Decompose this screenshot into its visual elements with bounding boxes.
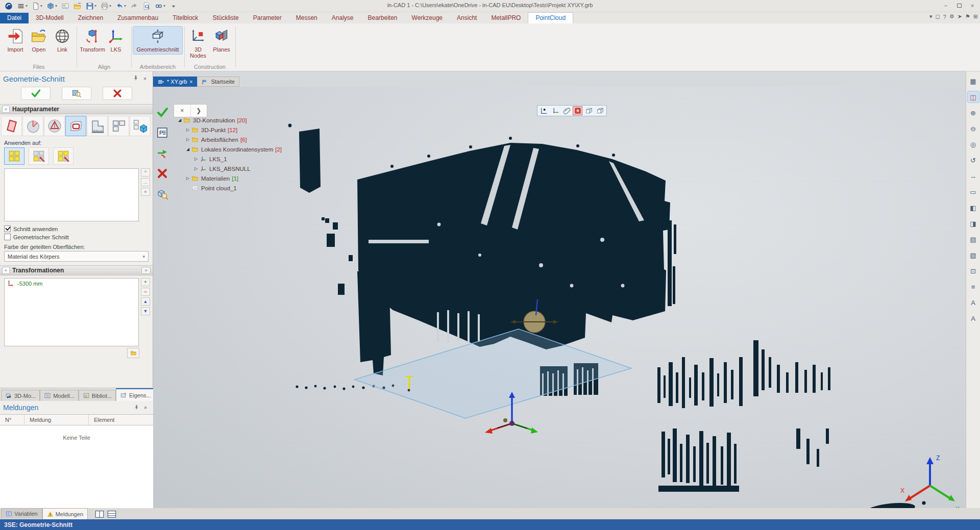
ribbon-tab[interactable]: Bearbeiten (361, 13, 405, 23)
customize-quick-access-icon[interactable] (168, 1, 179, 11)
active-section-icon[interactable] (573, 106, 582, 115)
tree-expand-icon[interactable]: ▷ (193, 166, 199, 171)
pan-tool[interactable]: ↔ (968, 170, 979, 182)
tab-3d-modell[interactable]: 3D-Mo... (1, 390, 40, 401)
tree-expand-icon[interactable]: ▷ (193, 157, 199, 161)
collapse-icon[interactable]: « (2, 106, 10, 113)
preview-button[interactable] (62, 87, 91, 100)
zoom-out-tool[interactable]: ⊖ (968, 123, 979, 134)
viewport-properties-icon[interactable] (155, 125, 169, 140)
material-dropdown[interactable]: Material des Körpers ▾ (4, 251, 149, 262)
import-button[interactable]: Import (4, 27, 27, 54)
meldungen-pin-icon[interactable] (132, 405, 141, 411)
section-corner-button[interactable] (87, 116, 108, 136)
ribbon-tab[interactable]: Ansicht (450, 13, 484, 23)
ribbon-tab[interactable]: Messen (289, 13, 325, 23)
geometrieschnitt-button[interactable]: Geometrieschnitt (133, 27, 182, 54)
move-transformation-down-button[interactable]: ▼ (141, 307, 150, 315)
tree-expand-icon[interactable]: ◢ (185, 147, 191, 152)
tab-bibliothek[interactable]: Bibliot... (79, 390, 116, 401)
ribbon-tab[interactable]: Werkzeuge (405, 13, 450, 23)
box-open-mode-icon[interactable] (595, 106, 605, 115)
zoom-window-icon[interactable]: ◻ (936, 13, 940, 20)
collapse-icon[interactable]: « (2, 267, 10, 274)
find-icon[interactable]: ▾ (153, 1, 167, 11)
ribbon-tab[interactable]: MetallPRO (484, 13, 528, 23)
tree-item-materialien[interactable]: ▷ Materialien [1] (177, 173, 282, 183)
tree-item-arbeitsflaechen[interactable]: ▷ Arbeitsflächen [6] (177, 135, 282, 144)
3d-nodes-button[interactable]: 3D Nodes (186, 27, 210, 60)
section-cells-cube-button[interactable] (130, 116, 151, 136)
render-mode-tool[interactable]: ◫ (968, 91, 979, 103)
snap-lks-icon[interactable] (550, 106, 560, 115)
3d-canvas[interactable]: × ❯ ◢ 3D-Konstruktion [20] ▷ 3D-Punkt [1… (153, 87, 966, 508)
panel-pin-icon[interactable] (131, 75, 140, 82)
layers-tool[interactable]: ▤ (968, 234, 979, 245)
edit-button[interactable]: … (141, 178, 150, 186)
layout-grid-icon[interactable]: ⊞ (973, 13, 978, 20)
section-wedge-button[interactable] (22, 116, 43, 136)
tree-item-lokales-koordinatensystem[interactable]: ◢ Lokales Koordinatensystem [2] (177, 144, 282, 154)
tree-item-lks-1[interactable]: ▷ LKS_1 (177, 154, 282, 164)
send-icon[interactable]: ➤ (958, 13, 962, 20)
new-document-icon[interactable]: ▾ (30, 1, 44, 11)
remove-transformation-button[interactable]: − (141, 288, 150, 296)
tree-expand-icon[interactable]: ▷ (185, 176, 191, 181)
mini-expand-button[interactable]: ❯ (191, 105, 207, 117)
lks-button[interactable]: LKS (104, 27, 128, 54)
tree-item-3d-punkt[interactable]: ▷ 3D-Punkt [12] (177, 125, 282, 135)
flag-icon[interactable]: ⚑ (965, 13, 970, 20)
tree-item-point-cloud-1[interactable]: Point cloud_1 (177, 183, 282, 193)
annotation-tool[interactable]: A (968, 297, 979, 308)
nav-triad[interactable]: Z X Y (900, 455, 960, 508)
viewport-inspect-icon[interactable] (155, 187, 169, 201)
close-button[interactable]: × (967, 1, 978, 10)
hatch-tool[interactable]: ▧ (968, 249, 979, 261)
text-style-tool[interactable]: A (968, 313, 979, 324)
tab-modell[interactable]: Modell... (40, 390, 79, 401)
tree-item-lks-absnull[interactable]: ▷ LKS_ABSNULL (177, 164, 282, 173)
help-icon[interactable]: ? (943, 14, 946, 20)
zoom-window-tool[interactable]: ▭ (968, 186, 979, 197)
ribbon-tab[interactable]: Zeichnen (71, 13, 110, 23)
document-tab-startseite[interactable]: Startseite (197, 77, 239, 87)
ribbon-tab[interactable]: Titelblock (165, 13, 205, 23)
maximize-button[interactable] (953, 1, 965, 10)
tab-variablen[interactable]: Variablen (1, 508, 42, 518)
move-up-button[interactable]: ^ (141, 168, 150, 176)
section-plane-button[interactable] (1, 116, 22, 136)
new-part-icon[interactable]: ▾ (45, 1, 59, 11)
attach-icon[interactable] (561, 106, 571, 115)
ribbon-tab[interactable]: Zusammenbau (110, 13, 165, 23)
section-left-tool[interactable]: ◧ (968, 202, 979, 213)
open-button[interactable]: Open (27, 27, 51, 54)
viewport-split-icon[interactable] (155, 146, 169, 160)
save-icon[interactable]: ▾ (84, 1, 98, 11)
ribbon-collapse-icon[interactable]: ▾ (929, 13, 933, 20)
box-mode-icon[interactable] (584, 106, 594, 115)
section-right-tool[interactable]: ◨ (968, 218, 979, 229)
transform-button[interactable]: Transform (81, 27, 104, 54)
planes-button[interactable]: Planes (210, 27, 233, 54)
add-transformation-button[interactable]: + (141, 278, 150, 286)
remove-button[interactable]: × (141, 188, 150, 196)
undo-icon[interactable]: ▾ (114, 1, 128, 11)
apply-to-inverted-button[interactable] (53, 147, 74, 165)
orbit-tool[interactable]: ↺ (968, 155, 979, 166)
print-icon[interactable]: ▾ (99, 1, 113, 11)
zoom-fit-tool[interactable]: ◎ (968, 139, 979, 150)
browse-folder-button[interactable] (127, 348, 139, 358)
hauptparameter-header[interactable]: « Hauptparameter (0, 104, 153, 114)
viewport-confirm-icon[interactable] (155, 105, 169, 119)
geometrischer-schnitt-checkbox[interactable]: Geometrischer Schnitt (4, 234, 149, 240)
close-tab-icon[interactable]: × (190, 79, 193, 85)
ribbon-tab[interactable]: PointCloud (528, 12, 573, 23)
split-horizontal-icon[interactable] (107, 511, 116, 518)
ribbon-tab[interactable]: 3D-Modell (29, 13, 71, 23)
print-preview-icon[interactable] (141, 1, 152, 11)
tab-eigenschaften[interactable]: Eigens... (116, 388, 155, 401)
ribbon-tab[interactable]: Parameter (246, 13, 289, 23)
app-menu-icon[interactable]: ▾ (15, 1, 29, 11)
tree-expand-icon[interactable]: ▷ (185, 137, 191, 142)
settings-icon[interactable]: ⚙ (949, 13, 954, 20)
